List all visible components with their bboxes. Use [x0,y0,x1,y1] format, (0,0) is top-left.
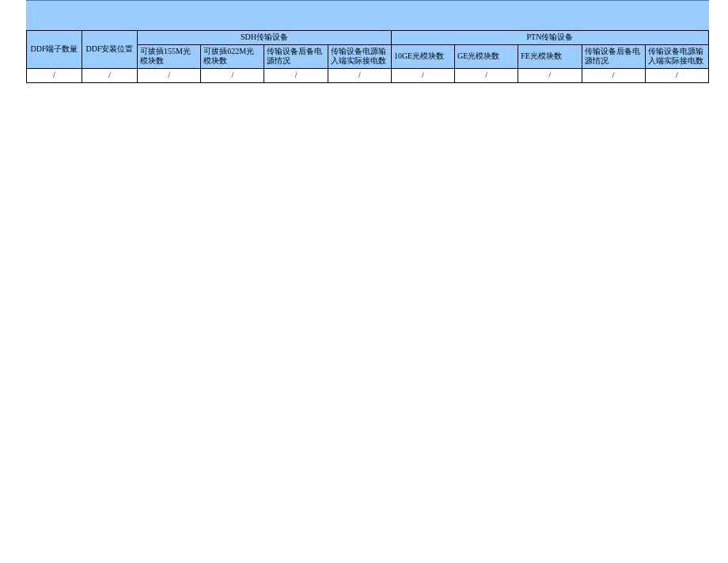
cell-ptn-fe: / [518,68,582,82]
header-ptn-ge: GE光模块数 [455,44,518,68]
group-header-sdh: SDH传输设备 [138,31,392,45]
cell-ptn-backup-power: / [582,68,645,82]
data-table: DDF端子数量 DDF安装位置 SDH传输设备 PTN传输设备 可拔插155M光… [26,30,709,83]
top-banner [26,0,709,30]
header-sdh-backup-power: 传输设备后备电源情况 [264,44,328,68]
header-ptn-power-input: 传输设备电源输入端实际接电数 [645,44,708,68]
table-row: / / / / / / / / / / / [27,68,709,82]
header-sdh-155m: 可拔插155M光模块数 [138,44,201,68]
cell-ptn-power-input: / [645,68,708,82]
cell-ddf-count: / [27,68,82,82]
cell-ddf-position: / [82,68,138,82]
header-ptn-10ge: 10GE光模块数 [391,44,454,68]
header-sdh-622m: 可拔插622M光模块数 [201,44,264,68]
header-sdh-power-input: 传输设备电源输入端实际接电数 [328,44,391,68]
group-header-ptn: PTN传输设备 [391,31,708,45]
header-ptn-backup-power: 传输设备后备电源情况 [582,44,645,68]
header-ddf-position: DDF安装位置 [82,31,138,69]
group-header-row: DDF端子数量 DDF安装位置 SDH传输设备 PTN传输设备 [27,31,709,45]
cell-sdh-backup-power: / [264,68,328,82]
header-ddf-count: DDF端子数量 [27,31,82,69]
cell-sdh-155m: / [138,68,201,82]
cell-sdh-622m: / [201,68,264,82]
header-ptn-fe: FE光模块数 [518,44,582,68]
cell-ptn-10ge: / [391,68,454,82]
cell-sdh-power-input: / [328,68,391,82]
cell-ptn-ge: / [455,68,518,82]
